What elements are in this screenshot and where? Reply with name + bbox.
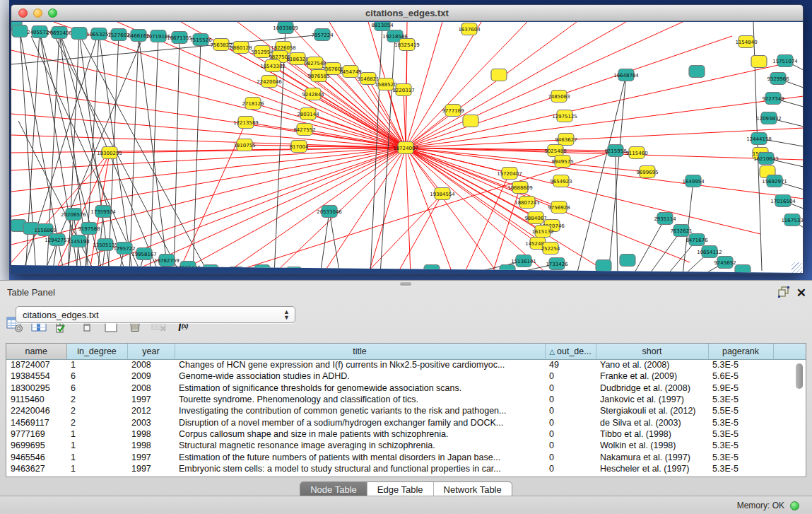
table-cell[interactable]: Estimation of significance thresholds fo… bbox=[175, 382, 545, 394]
panel-splitter-handle[interactable] bbox=[400, 282, 411, 286]
table-row[interactable]: 1830029562008Estimation of significance … bbox=[6, 382, 806, 394]
table-cell[interactable]: Embryonic stem cells: a model to study s… bbox=[175, 463, 545, 474]
table-cell[interactable]: 5.3E-5 bbox=[708, 428, 773, 440]
network-view-window[interactable]: citations_edges.txt 24055724206914061065… bbox=[11, 4, 804, 274]
graph-node[interactable]: 9876585 bbox=[307, 70, 329, 82]
table-cell[interactable]: 0 bbox=[545, 440, 596, 451]
graph-node[interactable] bbox=[751, 56, 767, 68]
table-row[interactable]: 977716911998Corpus callosum shape and si… bbox=[6, 428, 806, 440]
table-cell[interactable]: Changes of HCN gene expression and I(f) … bbox=[175, 359, 545, 370]
table-cell[interactable]: Nakamura et al. (1997) bbox=[596, 451, 708, 462]
table-cell[interactable]: 18724007 bbox=[6, 359, 66, 370]
table-cell[interactable]: Yano et al. (2008) bbox=[596, 359, 708, 370]
table-cell[interactable]: 5.5E-5 bbox=[708, 405, 773, 416]
float-panel-icon[interactable] bbox=[778, 286, 789, 300]
graph-node[interactable] bbox=[203, 265, 218, 275]
graph-node[interactable]: 9756928 bbox=[548, 201, 570, 214]
table-row[interactable]: 946554611997Estimation of the future num… bbox=[6, 451, 806, 462]
table-cell[interactable]: 0 bbox=[545, 394, 596, 405]
table-cell[interactable]: 0 bbox=[545, 428, 596, 440]
table-cell[interactable]: Stergiakouli et al. (2012) bbox=[596, 405, 708, 416]
graph-node[interactable]: 9227349 bbox=[762, 93, 784, 105]
table-row[interactable]: 2242004622012Investigating the contribut… bbox=[6, 405, 806, 416]
table-cell[interactable]: 1997 bbox=[127, 394, 175, 405]
table-cell[interactable]: 1998 bbox=[127, 440, 175, 451]
table-cell[interactable]: 14569117 bbox=[6, 416, 66, 428]
column-header-pagerank[interactable]: pagerank bbox=[708, 344, 773, 359]
graph-node[interactable] bbox=[735, 265, 751, 275]
table-cell[interactable]: Wolkin et al. (1998) bbox=[596, 440, 708, 451]
window-resize-grip[interactable] bbox=[792, 262, 802, 273]
graph-node[interactable] bbox=[228, 267, 244, 275]
table-cell[interactable]: Hescheler et al. (1997) bbox=[596, 463, 708, 474]
table-cell[interactable]: 9115460 bbox=[6, 394, 66, 405]
table-cell[interactable]: Estimation of the future numbers of pati… bbox=[175, 451, 545, 462]
table-cell[interactable]: 19384554 bbox=[6, 370, 66, 382]
table-cell[interactable]: Corpus callosum shape and size in male p… bbox=[175, 428, 545, 440]
graph-node[interactable]: 1167533 bbox=[781, 214, 803, 226]
graph-node[interactable]: 1810755 bbox=[233, 139, 255, 151]
table-cell[interactable]: 5.3E-5 bbox=[708, 359, 773, 370]
column-header-short[interactable]: short bbox=[596, 344, 708, 359]
graph-node[interactable]: 9463627 bbox=[555, 134, 577, 146]
graph-node[interactable]: 8860128 bbox=[230, 42, 252, 54]
table-cell[interactable]: Investigating the contribution of common… bbox=[175, 405, 545, 416]
table-cell[interactable]: 5.3E-5 bbox=[708, 416, 773, 428]
citation-network-graph[interactable]: 2405572420691406106532571527602646616110… bbox=[11, 22, 804, 274]
table-row[interactable]: 1938455462009Genome-wide association stu… bbox=[6, 370, 806, 382]
graph-node[interactable] bbox=[596, 260, 611, 272]
table-cell[interactable]: Tibbo et al. (1998) bbox=[596, 428, 708, 440]
graph-node[interactable] bbox=[286, 267, 302, 275]
table-cell[interactable]: 22420046 bbox=[6, 405, 66, 416]
graph-node[interactable]: 9197588 bbox=[78, 223, 100, 235]
table-row[interactable]: 969969511998Structural magnetic resonanc… bbox=[6, 440, 806, 451]
table-cell[interactable]: 9463627 bbox=[6, 463, 66, 474]
table-cell[interactable]: 0 bbox=[545, 405, 596, 416]
table-row[interactable]: 1456911722003Disruption of a novel membe… bbox=[6, 416, 806, 428]
table-cell[interactable]: 9777169 bbox=[6, 428, 66, 440]
column-header-in-degree[interactable]: in_degree bbox=[66, 344, 127, 359]
graph-node[interactable]: 8215958 bbox=[604, 145, 626, 157]
table-cell[interactable]: 6 bbox=[66, 370, 127, 382]
column-header-out-de-[interactable]: △out_de... bbox=[545, 344, 596, 359]
graph-node[interactable]: 1154840 bbox=[735, 36, 757, 48]
table-cell[interactable]: 5.3E-5 bbox=[708, 440, 773, 451]
graph-node[interactable]: 9949575 bbox=[551, 156, 573, 168]
table-cell[interactable]: 5.3E-5 bbox=[708, 463, 773, 474]
graph-node[interactable] bbox=[463, 115, 478, 127]
graph-node[interactable] bbox=[71, 28, 87, 40]
graph-node[interactable]: 1527602 bbox=[107, 29, 129, 41]
table-cell[interactable]: 2 bbox=[66, 405, 127, 416]
table-cell[interactable]: 5.3E-5 bbox=[708, 394, 773, 405]
graph-node[interactable]: 817004 bbox=[290, 141, 309, 153]
column-header-name[interactable]: name bbox=[6, 344, 66, 359]
scrollbar-thumb[interactable] bbox=[796, 363, 803, 389]
graph-node[interactable] bbox=[424, 265, 440, 275]
table-cell[interactable]: 2 bbox=[66, 394, 127, 405]
table-cell[interactable]: 0 bbox=[545, 370, 596, 382]
graph-node[interactable]: 9699695 bbox=[636, 166, 658, 178]
network-canvas[interactable]: 2405572420691406106532571527602646616110… bbox=[11, 22, 804, 274]
graph-node[interactable] bbox=[491, 69, 507, 81]
table-cell[interactable]: 1 bbox=[66, 451, 127, 462]
graph-node[interactable]: 9245652 bbox=[714, 257, 736, 269]
table-cell[interactable]: 1 bbox=[66, 440, 127, 451]
graph-node[interactable]: 1615132 bbox=[531, 226, 553, 238]
table-cell[interactable]: Dudbridge et al. (2008) bbox=[596, 382, 708, 394]
table-scrollbar[interactable] bbox=[796, 362, 804, 475]
graph-node[interactable]: 8427552 bbox=[293, 124, 315, 136]
table-cell[interactable]: 49 bbox=[545, 359, 596, 370]
table-cell[interactable]: 1997 bbox=[127, 463, 175, 474]
table-cell[interactable]: de Silva et al. (2003) bbox=[596, 416, 708, 428]
table-cell[interactable]: 1 bbox=[66, 359, 127, 370]
table-cell[interactable]: Structural magnetic resonance image aver… bbox=[175, 440, 545, 451]
table-cell[interactable]: Franke et al. (2009) bbox=[596, 370, 708, 382]
table-cell[interactable]: 0 bbox=[545, 463, 596, 474]
table-row[interactable]: 946362711997Embryonic stem cells: a mode… bbox=[6, 463, 806, 474]
graph-node[interactable] bbox=[500, 265, 515, 275]
graph-node[interactable]: 7563822 bbox=[210, 39, 232, 51]
column-header-title[interactable]: title bbox=[175, 344, 545, 359]
table-cell[interactable]: 1998 bbox=[127, 428, 175, 440]
table-cell[interactable]: 2012 bbox=[127, 405, 175, 416]
graph-node[interactable]: 9654923 bbox=[550, 175, 572, 187]
